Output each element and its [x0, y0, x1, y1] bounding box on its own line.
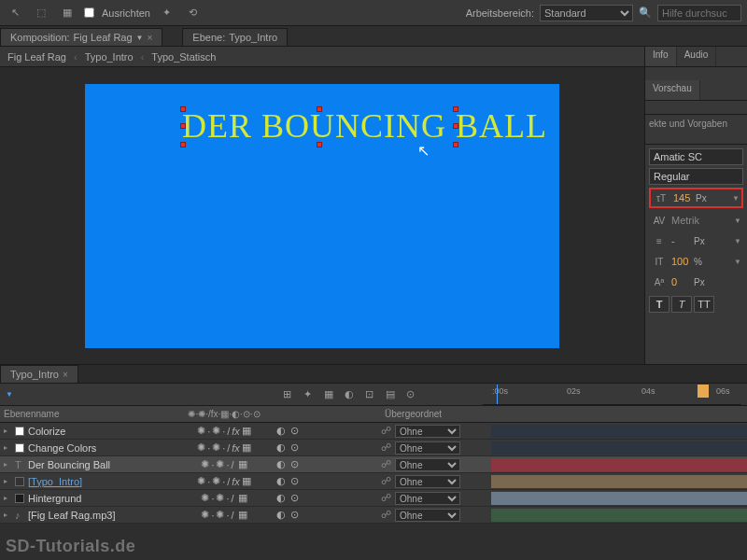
close-icon[interactable]: × [148, 33, 153, 43]
selection-handle[interactable] [453, 106, 458, 112]
right-panel: Info Audio Vorschau ekte und Vorgaben Am… [644, 47, 747, 364]
scale-icon: IT [651, 255, 668, 268]
font-style-select[interactable]: Regular [649, 168, 743, 185]
layer-row[interactable]: ▸[Typo_Intro] ✺·✺·/fx▦ ◐⊙ ☍Ohne [0, 473, 747, 490]
layer-row[interactable]: ▸♪[Fig Leaf Rag.mp3] ✺·✺·/▦ ◐⊙ ☍Ohne [0, 507, 747, 524]
playhead[interactable] [497, 385, 498, 404]
ruler-tick: :00s [492, 386, 508, 396]
leading-icon: ≡ [651, 234, 668, 247]
allcaps-button[interactable]: TT [694, 296, 714, 313]
chevron-down-icon[interactable]: ▼ [136, 34, 144, 42]
font-size-value[interactable]: 145 [673, 192, 692, 203]
tool-icon[interactable]: ▦ [58, 4, 77, 22]
tool-icon[interactable]: ⟲ [184, 4, 203, 22]
breadcrumb-item[interactable]: Typo_Intro [85, 51, 134, 63]
chevron-down-icon[interactable]: ▼ [734, 258, 741, 266]
kerning-icon: A͏V [651, 214, 668, 227]
chevron-down-icon[interactable]: ▼ [734, 237, 741, 245]
layer-tab[interactable]: Ebene: Typo_Intro [182, 28, 288, 46]
breadcrumb: Fig Leaf Rag ‹ Typo_Intro ‹ Typo_Statisc… [0, 47, 644, 67]
tool-icon[interactable]: ↖ [6, 4, 24, 22]
tool-icon[interactable]: ▤ [382, 386, 399, 403]
selection-handle[interactable] [180, 142, 186, 147]
text-layer[interactable]: DER BOUNCING BALL [182, 106, 547, 146]
time-marker[interactable] [698, 385, 709, 398]
composition-viewer: Fig Leaf Rag ‹ Typo_Intro ‹ Typo_Statisc… [0, 47, 644, 364]
selection-handle[interactable] [180, 106, 186, 112]
selection-handle[interactable] [317, 106, 322, 112]
layer-row[interactable]: ▸TDer Bouncing Ball ✺·✺·/▦ ◐⊙ ☍Ohne [0, 456, 747, 473]
watermark: SD-Tutorials.de [6, 537, 135, 556]
ruler-tick: 06s [716, 386, 730, 396]
align-label: Ausrichten [102, 7, 150, 19]
font-family-select[interactable]: Amatic SC [649, 148, 743, 165]
close-icon[interactable]: × [63, 370, 68, 380]
font-size-icon: τT [653, 191, 669, 204]
tool-icon[interactable]: ⊡ [361, 386, 378, 403]
selection-handle[interactable] [317, 142, 322, 147]
align-checkbox[interactable] [84, 7, 94, 18]
layer-row[interactable]: ▸Change Colors ✺·✺·/fx▦ ◐⊙ ☍Ohne [0, 440, 747, 456]
panel-tabs: Info Audio [645, 47, 747, 67]
search-icon: 🔍 [639, 7, 652, 19]
help-search-input[interactable] [657, 5, 741, 21]
composition-canvas[interactable]: DER BOUNCING BALL ↖ [85, 84, 559, 348]
top-toolbar: ↖ ⬚ ▦ Ausrichten ✦ ⟲ Arbeitsbereich: Sta… [0, 0, 747, 26]
italic-button[interactable]: T [671, 296, 692, 313]
chevron-down-icon[interactable]: ▼ [732, 194, 740, 203]
composition-tabs: Komposition: Fig Leaf Rag ▼ × Ebene: Typ… [0, 26, 747, 47]
tool-icon[interactable]: ✦ [300, 386, 317, 403]
chevron-icon: ‹ [141, 51, 145, 63]
ruler-tick: 02s [567, 386, 581, 396]
time-display[interactable]: ▼ [6, 390, 13, 399]
tab-audio[interactable]: Audio [677, 47, 717, 66]
workspace-select[interactable]: Standard [540, 5, 633, 21]
workspace-label: Arbeitsbereich: [466, 7, 534, 19]
timeline-tab[interactable]: Typo_Intro × [0, 365, 78, 383]
snap-icon[interactable]: ✦ [158, 4, 176, 22]
layer-row[interactable]: ▸Colorize ✺·✺·/fx▦ ◐⊙ ☍Ohne [0, 423, 747, 440]
tab-preview[interactable]: Vorschau [645, 80, 700, 100]
panel-tabs: Vorschau [645, 80, 747, 101]
tool-icon[interactable]: ⊙ [402, 386, 419, 403]
cursor-icon: ↖ [417, 142, 430, 160]
chevron-icon: ‹ [74, 51, 78, 63]
effects-label: ekte und Vorgaben [649, 119, 743, 129]
switches-header: ✺·✺·/fx·▦·◐·⊙·⊙ [173, 409, 275, 419]
breadcrumb-item[interactable]: Typo_Statisch [151, 51, 216, 63]
tool-icon[interactable]: ⊞ [279, 386, 296, 403]
baseline-icon: Aª [651, 275, 668, 288]
bold-button[interactable]: T [649, 296, 669, 313]
timeline-panel: Typo_Intro × ▼ ⊞ ✦ ▦ ◐ ⊡ ▤ ⊙ :00s 02s 04… [0, 364, 747, 560]
breadcrumb-item[interactable]: Fig Leaf Rag [7, 51, 66, 63]
tool-icon[interactable]: ▦ [320, 386, 337, 403]
tab-info[interactable]: Info [645, 47, 677, 66]
selection-handle[interactable] [453, 123, 458, 129]
tool-icon[interactable]: ⬚ [32, 4, 50, 22]
composition-tab[interactable]: Komposition: Fig Leaf Rag ▼ × [0, 28, 162, 46]
chevron-down-icon[interactable]: ▼ [734, 217, 741, 225]
selection-handle[interactable] [453, 142, 458, 147]
layer-row[interactable]: ▸Hintergrund ✺·✺·/▦ ◐⊙ ☍Ohne [0, 490, 747, 507]
tool-icon[interactable]: ◐ [341, 386, 358, 403]
timeline-header: Ebenenname ✺·✺·/fx·▦·◐·⊙·⊙ Übergeordnet [0, 406, 747, 423]
font-size-row: τT 145 Px ▼ [649, 188, 743, 208]
ruler-tick: 04s [641, 386, 655, 396]
selection-handle[interactable] [180, 123, 186, 129]
